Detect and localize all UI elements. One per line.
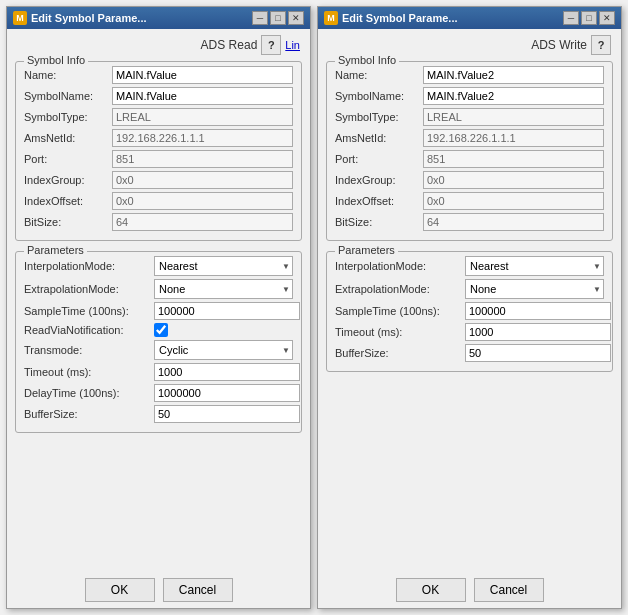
left-symbolname-input[interactable] bbox=[112, 87, 293, 105]
left-buffersize-row: BufferSize: bbox=[24, 405, 293, 423]
right-indexgroup-row: IndexGroup: bbox=[335, 171, 604, 189]
left-amsnetid-input bbox=[112, 129, 293, 147]
right-buffersize-row: BufferSize: bbox=[335, 344, 604, 362]
right-amsnetid-input bbox=[423, 129, 604, 147]
right-buffersize-label: BufferSize: bbox=[335, 347, 465, 359]
left-interp-select[interactable]: Nearest Linear None bbox=[154, 256, 293, 276]
left-sampletime-input[interactable] bbox=[154, 302, 300, 320]
right-cancel-button[interactable]: Cancel bbox=[474, 578, 544, 602]
left-bitsize-row: BitSize: bbox=[24, 213, 293, 231]
left-close-button[interactable]: ✕ bbox=[288, 11, 304, 25]
left-symboltype-row: SymbolType: bbox=[24, 108, 293, 126]
left-name-input[interactable] bbox=[112, 66, 293, 84]
left-readvia-row: ReadViaNotification: bbox=[24, 323, 293, 337]
right-interp-label: InterpolationMode: bbox=[335, 260, 465, 272]
right-symbol-info-group: Symbol Info Name: SymbolName: SymbolType… bbox=[326, 61, 613, 241]
right-interp-select[interactable]: Nearest Linear None bbox=[465, 256, 604, 276]
right-indexgroup-input bbox=[423, 171, 604, 189]
right-port-label: Port: bbox=[335, 153, 423, 165]
right-params-title: Parameters bbox=[335, 244, 398, 256]
right-bitsize-row: BitSize: bbox=[335, 213, 604, 231]
left-interp-select-wrapper: Nearest Linear None ▼ bbox=[154, 256, 293, 276]
left-extrap-row: ExtrapolationMode: None Linear Hold ▼ bbox=[24, 279, 293, 299]
left-dialog: M Edit Symbol Parame... ─ □ ✕ ADS Read ?… bbox=[6, 6, 311, 609]
left-help-button[interactable]: ? bbox=[261, 35, 281, 55]
right-name-input[interactable] bbox=[423, 66, 604, 84]
right-help-button[interactable]: ? bbox=[591, 35, 611, 55]
left-transmode-select[interactable]: Cyclic OnChange Cyclic on demand bbox=[154, 340, 293, 360]
left-readvia-label: ReadViaNotification: bbox=[24, 324, 154, 336]
left-name-row: Name: bbox=[24, 66, 293, 84]
left-extrap-select[interactable]: None Linear Hold bbox=[154, 279, 293, 299]
right-sampletime-row: SampleTime (100ns): bbox=[335, 302, 604, 320]
left-timeout-label: Timeout (ms): bbox=[24, 366, 154, 378]
left-ads-label: ADS Read bbox=[201, 38, 258, 52]
right-interp-select-wrapper: Nearest Linear None ▼ bbox=[465, 256, 604, 276]
left-port-label: Port: bbox=[24, 153, 112, 165]
left-buffersize-input[interactable] bbox=[154, 405, 300, 423]
left-amsnetid-row: AmsNetId: bbox=[24, 129, 293, 147]
right-symbol-info-title: Symbol Info bbox=[335, 54, 399, 66]
right-indexgroup-label: IndexGroup: bbox=[335, 174, 423, 186]
right-minimize-button[interactable]: ─ bbox=[563, 11, 579, 25]
left-transmode-select-wrapper: Cyclic OnChange Cyclic on demand ▼ bbox=[154, 340, 293, 360]
left-symbolname-row: SymbolName: bbox=[24, 87, 293, 105]
right-indexoffset-row: IndexOffset: bbox=[335, 192, 604, 210]
right-params-group: Parameters InterpolationMode: Nearest Li… bbox=[326, 251, 613, 372]
left-indexgroup-label: IndexGroup: bbox=[24, 174, 112, 186]
left-sampletime-row: SampleTime (100ns): bbox=[24, 302, 293, 320]
left-cancel-button[interactable]: Cancel bbox=[163, 578, 233, 602]
left-delaytime-row: DelayTime (100ns): bbox=[24, 384, 293, 402]
left-port-input bbox=[112, 150, 293, 168]
right-timeout-row: Timeout (ms): bbox=[335, 323, 604, 341]
right-footer: OK Cancel bbox=[318, 572, 621, 608]
left-name-label: Name: bbox=[24, 69, 112, 81]
left-sampletime-label: SampleTime (100ns): bbox=[24, 305, 154, 317]
left-maximize-button[interactable]: □ bbox=[270, 11, 286, 25]
left-interp-row: InterpolationMode: Nearest Linear None ▼ bbox=[24, 256, 293, 276]
left-indexoffset-input bbox=[112, 192, 293, 210]
right-ok-button[interactable]: OK bbox=[396, 578, 466, 602]
right-extrap-select[interactable]: None Linear Hold bbox=[465, 279, 604, 299]
right-symboltype-row: SymbolType: bbox=[335, 108, 604, 126]
right-extrap-row: ExtrapolationMode: None Linear Hold ▼ bbox=[335, 279, 604, 299]
right-name-row: Name: bbox=[335, 66, 604, 84]
right-sampletime-label: SampleTime (100ns): bbox=[335, 305, 465, 317]
left-title-left: M Edit Symbol Parame... bbox=[13, 11, 147, 25]
left-extrap-select-wrapper: None Linear Hold ▼ bbox=[154, 279, 293, 299]
right-extrap-label: ExtrapolationMode: bbox=[335, 283, 465, 295]
left-timeout-input[interactable] bbox=[154, 363, 300, 381]
right-timeout-label: Timeout (ms): bbox=[335, 326, 465, 338]
left-readvia-checkbox[interactable] bbox=[154, 323, 168, 337]
right-title-icon: M bbox=[324, 11, 338, 25]
left-minimize-button[interactable]: ─ bbox=[252, 11, 268, 25]
right-dialog: M Edit Symbol Parame... ─ □ ✕ ADS Write … bbox=[317, 6, 622, 609]
left-symboltype-label: SymbolType: bbox=[24, 111, 112, 123]
right-port-row: Port: bbox=[335, 150, 604, 168]
right-buffersize-input[interactable] bbox=[465, 344, 611, 362]
left-params-title: Parameters bbox=[24, 244, 87, 256]
right-extrap-select-wrapper: None Linear Hold ▼ bbox=[465, 279, 604, 299]
left-timeout-row: Timeout (ms): bbox=[24, 363, 293, 381]
left-delaytime-input[interactable] bbox=[154, 384, 300, 402]
left-ok-button[interactable]: OK bbox=[85, 578, 155, 602]
left-port-row: Port: bbox=[24, 150, 293, 168]
left-indexgroup-input bbox=[112, 171, 293, 189]
left-transmode-label: Transmode: bbox=[24, 344, 154, 356]
right-port-input bbox=[423, 150, 604, 168]
left-symbol-info-group: Symbol Info Name: SymbolName: SymbolType… bbox=[15, 61, 302, 241]
right-maximize-button[interactable]: □ bbox=[581, 11, 597, 25]
right-sampletime-input[interactable] bbox=[465, 302, 611, 320]
left-top-bar: ADS Read ? Lin bbox=[15, 35, 302, 55]
right-dialog-body: ADS Write ? Symbol Info Name: SymbolName… bbox=[318, 29, 621, 572]
left-link-label[interactable]: Lin bbox=[285, 39, 300, 51]
left-indexgroup-row: IndexGroup: bbox=[24, 171, 293, 189]
left-extrap-label: ExtrapolationMode: bbox=[24, 283, 154, 295]
right-close-button[interactable]: ✕ bbox=[599, 11, 615, 25]
right-timeout-input[interactable] bbox=[465, 323, 611, 341]
left-amsnetid-label: AmsNetId: bbox=[24, 132, 112, 144]
right-symbolname-label: SymbolName: bbox=[335, 90, 423, 102]
right-symbolname-input[interactable] bbox=[423, 87, 604, 105]
left-indexoffset-label: IndexOffset: bbox=[24, 195, 112, 207]
right-indexoffset-input bbox=[423, 192, 604, 210]
